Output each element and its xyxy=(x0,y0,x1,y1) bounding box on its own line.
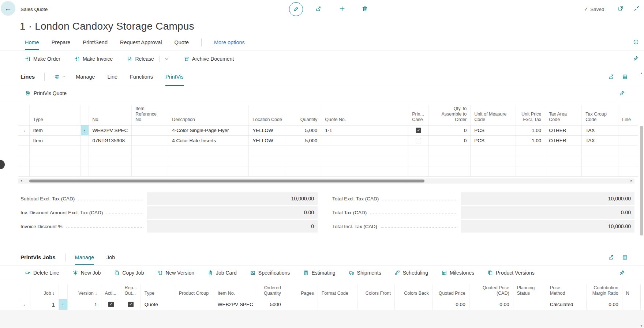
col-type[interactable]: Type xyxy=(141,284,175,299)
open-in-new-window-button[interactable] xyxy=(618,5,624,11)
col-qty-to-assemble[interactable]: Qty. to Assemble to Order xyxy=(429,105,471,125)
release-button[interactable]: Release xyxy=(127,56,169,62)
col-price-method[interactable]: Price Method xyxy=(546,284,586,299)
jobs-menu-manage[interactable]: Manage xyxy=(75,249,94,265)
col-quoted-price[interactable]: Quoted Price xyxy=(433,284,469,299)
chevron-down-icon[interactable] xyxy=(164,56,170,62)
horizontal-scroll-thumb[interactable] xyxy=(29,180,424,182)
active-checkbox[interactable] xyxy=(108,302,114,307)
col-unit-of-measure[interactable]: Unit of Measure Code xyxy=(471,105,516,125)
open-in-excel-icon[interactable] xyxy=(622,255,628,260)
job-link[interactable]: 1 xyxy=(52,302,55,307)
col-quote-no[interactable]: Quote No. xyxy=(321,105,408,125)
scroll-down-arrow[interactable]: ▼ xyxy=(640,324,643,328)
archive-document-button[interactable]: Archive Document xyxy=(184,56,234,62)
col-version[interactable]: Version ↓ xyxy=(67,284,101,299)
printvis-quote-button[interactable]: PrintVis Quote xyxy=(34,90,67,96)
col-location-code[interactable]: Location Code xyxy=(249,105,286,125)
tab-home[interactable]: Home xyxy=(25,34,39,50)
share-icon[interactable] xyxy=(608,255,614,260)
tab-print-send[interactable]: Print/Send xyxy=(83,34,108,50)
col-format-code[interactable]: Format Code xyxy=(318,284,357,299)
vertical-scroll-thumb[interactable] xyxy=(640,126,643,235)
tab-request-approval[interactable]: Request Approval xyxy=(120,34,162,50)
estimating-button[interactable]: Estimating xyxy=(303,270,335,276)
horizontal-scrollbar[interactable]: ◄ ► xyxy=(18,178,634,184)
lines-menu-printvis[interactable]: PrintVis xyxy=(165,67,184,86)
col-line[interactable]: Line xyxy=(618,105,638,125)
new-document-button[interactable] xyxy=(339,5,345,12)
back-button[interactable]: ← xyxy=(1,1,15,16)
dotted-leader xyxy=(381,225,457,228)
col-n[interactable]: N xyxy=(622,284,640,299)
col-planning-status[interactable]: Planning Status xyxy=(513,284,546,299)
share-button[interactable] xyxy=(315,6,321,12)
lines-menu-functions[interactable]: Functions xyxy=(130,67,153,86)
side-panel-handle[interactable] xyxy=(0,160,5,169)
shipments-button[interactable]: Shipments xyxy=(349,270,381,276)
delete-line-button[interactable]: Delete Line xyxy=(25,270,59,276)
col-active[interactable]: Acti... xyxy=(101,284,121,299)
tab-quote[interactable]: Quote xyxy=(174,34,189,50)
scheduling-button[interactable]: Scheduling xyxy=(394,270,428,276)
col-description[interactable]: Description xyxy=(168,105,249,125)
open-in-excel-icon[interactable] xyxy=(622,74,628,80)
col-tax-group-code[interactable]: Tax Group Code xyxy=(582,105,618,125)
delete-button[interactable] xyxy=(362,5,368,12)
new-job-button[interactable]: New Job xyxy=(72,270,101,276)
empty-row[interactable] xyxy=(18,146,638,156)
col-repro-output[interactable]: Rep... Out... xyxy=(121,284,141,299)
col-item-no[interactable]: Item No. xyxy=(214,284,257,299)
specifications-button[interactable]: Specifications xyxy=(250,270,290,276)
col-job[interactable]: Job ↓ xyxy=(30,284,59,299)
col-ordered-quantity[interactable]: Ordered Quantity xyxy=(257,284,285,299)
scroll-up-arrow[interactable]: ▲ xyxy=(640,72,643,75)
col-product-group[interactable]: Product Group xyxy=(175,284,214,299)
col-pages[interactable]: Pages xyxy=(285,284,318,299)
milestones-button[interactable]: Milestones xyxy=(441,270,474,276)
col-colors-back[interactable]: Colors Back xyxy=(394,284,433,299)
share-icon[interactable] xyxy=(608,74,614,80)
col-item-reference-no[interactable]: Item Reference No. xyxy=(132,105,168,125)
empty-row[interactable] xyxy=(18,166,638,177)
tab-prepare[interactable]: Prepare xyxy=(52,34,71,50)
row-menu-button[interactable]: ⋮ xyxy=(59,299,67,310)
print-case-checkbox[interactable] xyxy=(416,128,421,133)
col-print-case[interactable]: Prin... Case xyxy=(408,105,429,125)
col-tax-area-code[interactable]: Tax Area Code xyxy=(545,105,582,125)
product-versions-button[interactable]: Product Versions xyxy=(487,270,535,276)
pin-icon[interactable] xyxy=(619,270,625,276)
empty-row[interactable] xyxy=(18,156,638,166)
new-version-button[interactable]: New Version xyxy=(157,270,194,276)
repro-output-checkbox[interactable] xyxy=(128,302,134,307)
exit-fullscreen-button[interactable] xyxy=(634,5,640,11)
lines-menu-manage[interactable]: Manage xyxy=(76,67,95,86)
row-menu-button[interactable]: ⋮ xyxy=(80,125,89,136)
job-card-button[interactable]: Job Card xyxy=(207,270,237,276)
make-invoice-button[interactable]: Make Invoice xyxy=(74,56,113,62)
info-icon[interactable] xyxy=(633,39,639,45)
job-row-1[interactable]: → 1 ⋮ 1 Quote WEB2PV SPEC 5000 0.00 0.00… xyxy=(18,299,640,310)
col-type[interactable]: Type xyxy=(29,105,80,125)
scroll-right-arrow[interactable]: ► xyxy=(630,179,633,182)
lines-menu-line[interactable]: Line xyxy=(108,67,117,86)
scroll-left-arrow[interactable]: ◄ xyxy=(20,179,23,182)
line-row-1[interactable]: → Item ⋮ WEB2PV SPEC 4-Color Single-Page… xyxy=(18,125,638,136)
col-colors-front[interactable]: Colors Front xyxy=(357,284,394,299)
pin-icon[interactable] xyxy=(633,56,639,61)
pin-icon[interactable] xyxy=(619,90,625,96)
copy-job-button[interactable]: Copy Job xyxy=(114,270,144,276)
line-row-2[interactable]: Item 07NTG135908 4 Color Rate Inserts YE… xyxy=(18,136,638,146)
col-no[interactable]: No. xyxy=(89,105,132,125)
jobs-menu-job[interactable]: Job xyxy=(106,249,115,265)
col-quoted-price-cad[interactable]: Quoted Price (CAD) xyxy=(469,284,513,299)
col-unit-price[interactable]: Unit Price Excl. Tax xyxy=(516,105,545,125)
more-options[interactable]: More options xyxy=(214,34,245,50)
views-filter-button[interactable] xyxy=(54,67,66,86)
edit-button[interactable] xyxy=(289,2,303,16)
col-quantity[interactable]: Quantity xyxy=(286,105,321,125)
col-contribution-margin-ratio[interactable]: Contribution Margin Ratio xyxy=(586,284,622,299)
print-case-checkbox[interactable] xyxy=(416,138,421,143)
vertical-scrollbar[interactable]: ▲ ▼ xyxy=(639,72,644,328)
make-order-button[interactable]: Make Order xyxy=(25,56,60,62)
